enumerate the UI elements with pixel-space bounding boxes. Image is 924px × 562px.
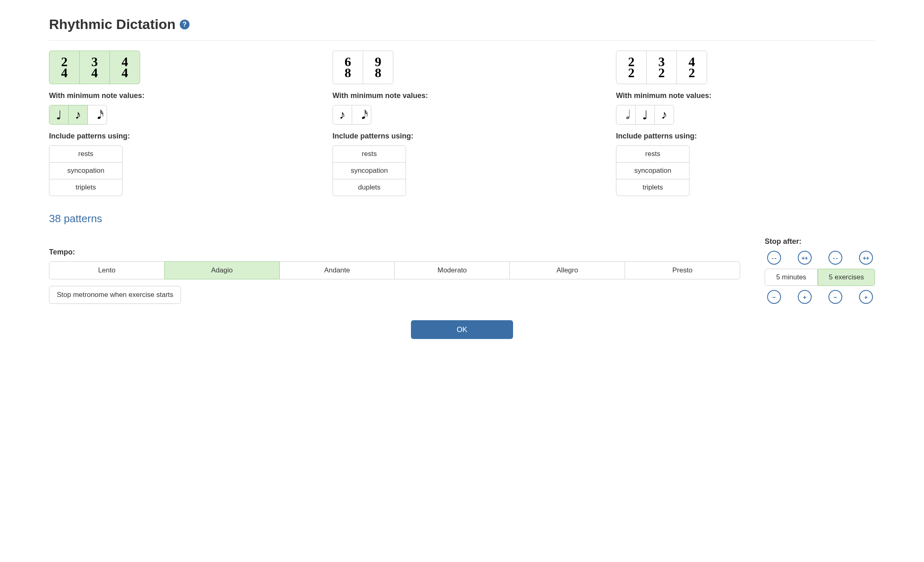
sig-bottom: 4 [61,67,68,78]
help-icon[interactable]: ? [180,20,190,29]
tempo-moderato-button[interactable]: Moderato [394,261,510,279]
stop-exercises-value[interactable]: 5 exercises [818,269,875,286]
sig-bottom: 4 [122,67,128,78]
page-title: Rhythmic Dictation ? [49,16,875,32]
sig-bottom: 2 [628,67,635,78]
include-label: Include patterns using: [616,132,875,140]
tempo-andante-button[interactable]: Andante [279,261,395,279]
tempo-lento-button[interactable]: Lento [49,261,165,279]
sixteenth-note-button[interactable]: 𝅘𝅥𝅯 [352,105,371,125]
quarter-note-button[interactable]: ♩ [49,105,69,125]
half-note-button[interactable]: 𝅗𝅥 [616,105,636,125]
min-note-label: With minimum note values: [333,91,591,100]
exercises-minus-button[interactable]: − [828,290,842,304]
sig-bottom: 2 [658,67,665,78]
sig-bottom: 8 [345,67,351,78]
title-text: Rhythmic Dictation [49,16,176,32]
sig-bottom: 2 [689,67,695,78]
stop-metronome-toggle[interactable]: Stop metronome when exercise starts [49,286,181,304]
time-signature-9-8[interactable]: 98 [363,51,393,84]
quarter-note-button[interactable]: ♩ [635,105,655,125]
pattern-rests-button[interactable]: rests [616,145,690,163]
eighth-note-button[interactable]: ♪ [333,105,352,125]
time-signature-4-2[interactable]: 42 [676,51,707,84]
ok-button[interactable]: OK [411,320,513,339]
pattern-rests-button[interactable]: rests [333,145,406,163]
divider [49,40,875,41]
eighth-note-icon: ♪ [75,108,81,122]
eighth-note-button[interactable]: ♪ [68,105,88,125]
time-signature-3-4[interactable]: 34 [79,51,110,84]
pattern-syncopation-button[interactable]: syncopation [616,162,690,179]
patterns-count[interactable]: 38 patterns [49,212,875,225]
minutes-big-minus-button[interactable]: - - [767,251,781,265]
include-label: Include patterns using: [333,132,591,140]
sig-bottom: 8 [375,67,382,78]
exercises-plus-button[interactable]: + [859,290,873,304]
minutes-big-plus-button[interactable]: ++ [798,251,812,265]
eighth-note-icon: ♪ [339,108,346,122]
pattern-rests-button[interactable]: rests [49,145,123,163]
sixteenth-note-button[interactable]: 𝅘𝅥𝅯 [87,105,107,125]
quarter-note-icon: ♩ [56,108,62,122]
minutes-minus-button[interactable]: − [767,290,781,304]
time-signature-3-2[interactable]: 32 [646,51,677,84]
pattern-syncopation-button[interactable]: syncopation [49,162,123,179]
time-signature-4-4[interactable]: 44 [109,51,140,84]
quarter-note-icon: ♩ [642,108,648,122]
pattern-syncopation-button[interactable]: syncopation [333,162,406,179]
time-signature-6-8[interactable]: 68 [333,51,363,84]
pattern-triplets-button[interactable]: triplets [49,179,123,196]
sig-bottom: 4 [92,67,98,78]
minutes-plus-button[interactable]: + [798,290,812,304]
eighth-note-icon: ♪ [661,108,667,122]
tempo-adagio-button[interactable]: Adagio [164,261,280,279]
include-label: Include patterns using: [49,132,308,140]
min-note-label: With minimum note values: [49,91,308,100]
time-signature-2-2[interactable]: 22 [616,51,647,84]
min-note-label: With minimum note values: [616,91,875,100]
stop-minutes-value[interactable]: 5 minutes [765,269,818,286]
exercises-big-minus-button[interactable]: - - [828,251,842,265]
tempo-label: Tempo: [49,248,740,256]
eighth-note-button[interactable]: ♪ [654,105,674,125]
tempo-allegro-button[interactable]: Allegro [509,261,625,279]
exercises-big-plus-button[interactable]: ++ [859,251,873,265]
pattern-duplets-button[interactable]: duplets [333,179,406,196]
time-signature-2-4[interactable]: 24 [49,51,80,84]
tempo-presto-button[interactable]: Presto [625,261,740,279]
stop-after-label: Stop after: [765,237,875,246]
pattern-triplets-button[interactable]: triplets [616,179,690,196]
